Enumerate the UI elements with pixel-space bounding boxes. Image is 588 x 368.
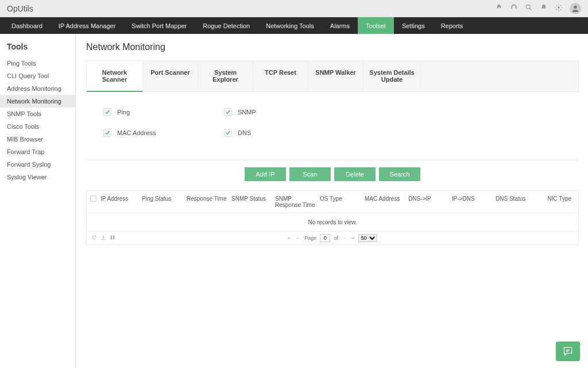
columns-icon[interactable] — [110, 235, 115, 241]
chat-fab[interactable] — [556, 342, 580, 361]
tab-port-scanner[interactable]: Port Scanner — [143, 61, 198, 91]
nav-dashboard[interactable]: Dashboard — [3, 17, 51, 34]
option-snmp[interactable]: SNMP — [224, 108, 345, 116]
option-snmp-label: SNMP — [238, 109, 256, 116]
svg-rect-3 — [111, 236, 113, 240]
table-empty-message: No records to view. — [87, 213, 578, 231]
pager-page-label: Page — [304, 235, 316, 241]
col-mac-address[interactable]: MAC Address — [365, 195, 408, 202]
sidebar-address-monitoring[interactable]: Address Monitoring — [0, 82, 75, 95]
rocket-icon[interactable] — [495, 3, 503, 14]
svg-point-1 — [558, 6, 560, 9]
main-nav: Dashboard IP Address Manager Switch Port… — [0, 17, 588, 34]
col-snmp-response-time[interactable]: SNMP Response Time — [275, 195, 320, 208]
search-icon[interactable] — [525, 3, 533, 14]
col-ip-to-dns[interactable]: IP->DNS — [452, 195, 496, 202]
tab-network-scanner[interactable]: Network Scanner — [87, 61, 143, 92]
export-icon[interactable] — [100, 235, 106, 241]
tab-system-details-update[interactable]: System Details Update — [363, 61, 421, 91]
sidebar-syslog-viewer[interactable]: Syslog Viewer — [0, 171, 75, 183]
sidebar: Tools Ping Tools CLI Query Tool Address … — [0, 34, 76, 368]
pager-of-label: of — [334, 235, 338, 241]
option-ping-label: Ping — [117, 109, 130, 116]
col-response-time[interactable]: Response Time — [187, 195, 231, 202]
chat-icon — [562, 346, 574, 357]
avatar[interactable] — [570, 3, 581, 14]
headset-icon[interactable] — [510, 3, 518, 14]
page-title: Network Monitoring — [86, 42, 579, 52]
content-area: Network Monitoring Network Scanner Port … — [76, 34, 588, 368]
checkbox-mac[interactable] — [103, 129, 111, 137]
table-footer: ⇤ ← Page of → ⇥ 50 — [87, 231, 578, 244]
svg-point-2 — [574, 5, 577, 8]
nav-settings[interactable]: Settings — [394, 17, 433, 34]
col-dns-status[interactable]: DNS Status — [496, 195, 536, 202]
top-bar: OpUtils — [0, 0, 588, 17]
sidebar-cisco-tools[interactable]: Cisco Tools — [0, 120, 75, 133]
option-mac[interactable]: MAC Address — [103, 129, 224, 137]
option-dns[interactable]: DNS — [224, 129, 345, 137]
tab-tcp-reset[interactable]: TCP Reset — [253, 61, 308, 91]
results-table: IP Address Ping Status Response Time SNM… — [86, 190, 579, 245]
col-ping-status[interactable]: Ping Status — [142, 195, 187, 202]
gear-icon[interactable] — [555, 3, 563, 14]
scan-options: Ping SNMP MAC Address DNS — [86, 92, 373, 160]
subtabs: Network Scanner Port Scanner System Expl… — [86, 60, 579, 92]
action-buttons: Add IP Scan Delete Search — [86, 167, 579, 181]
add-ip-button[interactable]: Add IP — [245, 167, 286, 181]
col-ip-address[interactable]: IP Address — [100, 195, 142, 202]
pager-page-input[interactable] — [320, 234, 330, 242]
table-header: IP Address Ping Status Response Time SNM… — [87, 191, 578, 213]
sidebar-forward-syslog[interactable]: Forward Syslog — [0, 158, 75, 171]
pager-next-icon[interactable]: → — [342, 235, 347, 241]
sidebar-network-monitoring[interactable]: Network Monitoring — [0, 95, 75, 108]
nav-toolset[interactable]: Toolset — [358, 17, 394, 34]
nav-reports[interactable]: Reports — [433, 17, 471, 34]
sidebar-title: Tools — [0, 40, 75, 57]
pager-first-icon[interactable]: ⇤ — [288, 235, 292, 241]
option-dns-label: DNS — [238, 129, 251, 136]
option-mac-label: MAC Address — [117, 129, 156, 136]
checkbox-snmp[interactable] — [224, 108, 232, 116]
sidebar-snmp-tools[interactable]: SNMP Tools — [0, 108, 75, 120]
svg-rect-4 — [113, 236, 115, 240]
pager-last-icon[interactable]: ⇥ — [350, 235, 355, 241]
nav-alarms[interactable]: Alarms — [322, 17, 358, 34]
bell-icon[interactable] — [540, 3, 548, 14]
sidebar-forward-trap[interactable]: Forward Trap — [0, 145, 75, 158]
divider — [86, 160, 579, 160]
brand-title: OpUtils — [7, 4, 33, 13]
pager-per-page-select[interactable]: 50 — [358, 234, 377, 242]
option-ping[interactable]: Ping — [103, 108, 224, 116]
tab-system-explorer[interactable]: System Explorer — [198, 61, 253, 91]
tab-snmp-walker[interactable]: SNMP Walker — [308, 61, 363, 91]
scan-button[interactable]: Scan — [289, 167, 331, 181]
select-all-checkbox[interactable] — [90, 195, 96, 202]
nav-rogue-detection[interactable]: Rogue Detection — [195, 17, 258, 34]
svg-point-0 — [526, 5, 530, 9]
col-dns-to-ip[interactable]: DNS->IP — [408, 195, 452, 202]
checkbox-dns[interactable] — [224, 129, 232, 137]
delete-button[interactable]: Delete — [334, 167, 376, 181]
nav-ip-address-manager[interactable]: IP Address Manager — [51, 17, 123, 34]
sidebar-cli-query-tool[interactable]: CLI Query Tool — [0, 70, 75, 82]
nav-switch-port-mapper[interactable]: Switch Port Mapper — [123, 17, 195, 34]
col-snmp-status[interactable]: SNMP Status — [231, 195, 275, 202]
sidebar-ping-tools[interactable]: Ping Tools — [0, 57, 75, 70]
search-button[interactable]: Search — [379, 167, 420, 181]
top-icons — [495, 3, 581, 14]
tab-filler — [421, 61, 578, 91]
refresh-icon[interactable] — [91, 235, 97, 241]
sidebar-mib-browser[interactable]: MIB Browser — [0, 133, 75, 145]
pager-prev-icon[interactable]: ← — [296, 235, 301, 241]
col-os-type[interactable]: OS Type — [320, 195, 365, 202]
checkbox-ping[interactable] — [103, 108, 111, 116]
col-nic-type[interactable]: NIC Type — [536, 195, 575, 202]
nav-networking-tools[interactable]: Networking Tools — [258, 17, 322, 34]
